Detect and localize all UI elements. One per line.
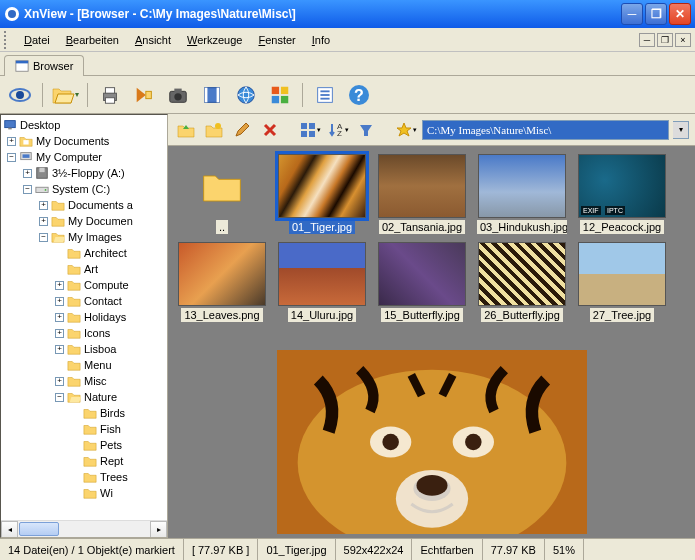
delete-button[interactable] (258, 118, 282, 142)
tree-node-floppy[interactable]: +3½-Floppy (A:) (3, 165, 165, 181)
tree-node[interactable]: Trees (3, 469, 165, 485)
thumbnail-area[interactable]: .. 01_Tiger.jpg 02_Tansania.jpg 03_Hindu… (168, 146, 695, 346)
thumb-item[interactable]: 03_Hindukush.jpg (476, 154, 568, 234)
menu-file[interactable]: Datei (16, 32, 58, 48)
expand-icon[interactable]: + (55, 313, 64, 322)
open-button[interactable]: ▾ (51, 81, 79, 109)
expand-icon[interactable]: + (55, 345, 64, 354)
filter-button[interactable] (354, 118, 378, 142)
edit-button[interactable] (230, 118, 254, 142)
capture-button[interactable] (164, 81, 192, 109)
help-button[interactable]: ? (345, 81, 373, 109)
thumb-item[interactable]: 01_Tiger.jpg (276, 154, 368, 234)
scroll-right-button[interactable]: ▸ (150, 521, 167, 538)
menu-view[interactable]: Ansicht (127, 32, 179, 48)
svg-point-36 (215, 123, 221, 129)
address-dropdown-button[interactable]: ▾ (673, 121, 689, 139)
tree-node[interactable]: Birds (3, 405, 165, 421)
options-button[interactable] (311, 81, 339, 109)
tree-node[interactable]: Wi (3, 485, 165, 501)
thumb-item[interactable]: 27_Tree.jpg (576, 242, 668, 322)
folder-icon (83, 422, 97, 436)
address-bar[interactable] (422, 120, 669, 140)
menu-edit[interactable]: Bearbeiten (58, 32, 127, 48)
tree-node[interactable]: Menu (3, 357, 165, 373)
horizontal-scrollbar[interactable]: ◂ ▸ (1, 520, 167, 537)
folder-icon (83, 454, 97, 468)
tree-node[interactable]: Rept (3, 453, 165, 469)
svg-rect-15 (217, 87, 220, 102)
tree-node[interactable]: +Icons (3, 325, 165, 341)
new-folder-button[interactable] (202, 118, 226, 142)
tree-node[interactable]: Art (3, 261, 165, 277)
menu-tools[interactable]: Werkzeuge (179, 32, 250, 48)
up-button[interactable] (174, 118, 198, 142)
tree-node[interactable]: +Compute (3, 277, 165, 293)
expand-icon[interactable]: + (55, 329, 64, 338)
mdi-close-button[interactable]: × (675, 33, 691, 47)
star-icon (395, 121, 413, 139)
folder-icon (83, 438, 97, 452)
expand-icon[interactable]: + (55, 377, 64, 386)
svg-point-51 (416, 475, 447, 496)
grid-button[interactable] (266, 81, 294, 109)
address-input[interactable] (427, 124, 664, 136)
thumb-item[interactable]: 02_Tansania.jpg (376, 154, 468, 234)
collapse-icon[interactable]: − (23, 185, 32, 194)
tree-node-mycomputer[interactable]: −My Computer (3, 149, 165, 165)
close-button[interactable]: ✕ (669, 3, 691, 25)
thumb-parent-folder[interactable]: .. (176, 154, 268, 234)
favorites-button[interactable]: ▾ (394, 118, 418, 142)
mdi-minimize-button[interactable]: ─ (639, 33, 655, 47)
tree-node[interactable]: +Holidays (3, 309, 165, 325)
tree-node-myimages[interactable]: −My Images (3, 229, 165, 245)
view-button[interactable] (6, 81, 34, 109)
convert-button[interactable] (130, 81, 158, 109)
tree-node-nature[interactable]: −Nature (3, 389, 165, 405)
expand-icon[interactable]: + (55, 281, 64, 290)
collapse-icon[interactable]: − (55, 393, 64, 402)
thumb-item[interactable]: 14_Uluru.jpg (276, 242, 368, 322)
thumb-item[interactable]: 15_Butterfly.jpg (376, 242, 468, 322)
slideshow-button[interactable] (198, 81, 226, 109)
tree-node-mydocs[interactable]: +My Documents (3, 133, 165, 149)
tree-node[interactable]: +Documents a (3, 197, 165, 213)
thumb-item[interactable]: 26_Butterfly.jpg (476, 242, 568, 322)
menu-info[interactable]: Info (304, 32, 338, 48)
minimize-button[interactable]: ─ (621, 3, 643, 25)
tree-node[interactable]: +Lisboa (3, 341, 165, 357)
print-button[interactable] (96, 81, 124, 109)
tree-node[interactable]: +My Documen (3, 213, 165, 229)
expand-icon[interactable]: + (39, 217, 48, 226)
tree-node-desktop[interactable]: Desktop (3, 117, 165, 133)
status-total-size: [ 77.97 KB ] (184, 539, 258, 560)
tree-node[interactable]: +Misc (3, 373, 165, 389)
maximize-button[interactable]: ❐ (645, 3, 667, 25)
tree-node[interactable]: Architect (3, 245, 165, 261)
view-mode-button[interactable]: ▾ (298, 118, 322, 142)
scroll-left-button[interactable]: ◂ (1, 521, 18, 538)
mdi-restore-button[interactable]: ❐ (657, 33, 673, 47)
thumb-item[interactable]: EXIF IPTC 12_Peacock.jpg (576, 154, 668, 234)
folder-tree[interactable]: Desktop +My Documents −My Computer +3½-F… (1, 115, 167, 519)
tree-node-system-c[interactable]: −System (C:) (3, 181, 165, 197)
tab-browser[interactable]: Browser (4, 55, 84, 76)
exif-badge: EXIF (581, 206, 601, 215)
sort-button[interactable]: AZ▾ (326, 118, 350, 142)
collapse-icon[interactable]: − (39, 233, 48, 242)
tree-node[interactable]: +Contact (3, 293, 165, 309)
menubar-grip[interactable] (4, 31, 12, 49)
expand-icon[interactable]: + (39, 201, 48, 210)
scroll-thumb[interactable] (19, 522, 59, 536)
expand-icon[interactable]: + (7, 137, 16, 146)
collapse-icon[interactable]: − (7, 153, 16, 162)
preview-image[interactable] (277, 350, 587, 534)
expand-icon[interactable]: + (23, 169, 32, 178)
window-title: XnView - [Browser - C:\My Images\Nature\… (24, 7, 621, 21)
tree-node[interactable]: Fish (3, 421, 165, 437)
tree-node[interactable]: Pets (3, 437, 165, 453)
web-button[interactable] (232, 81, 260, 109)
thumb-item[interactable]: 13_Leaves.png (176, 242, 268, 322)
menu-window[interactable]: Fenster (250, 32, 303, 48)
expand-icon[interactable]: + (55, 297, 64, 306)
